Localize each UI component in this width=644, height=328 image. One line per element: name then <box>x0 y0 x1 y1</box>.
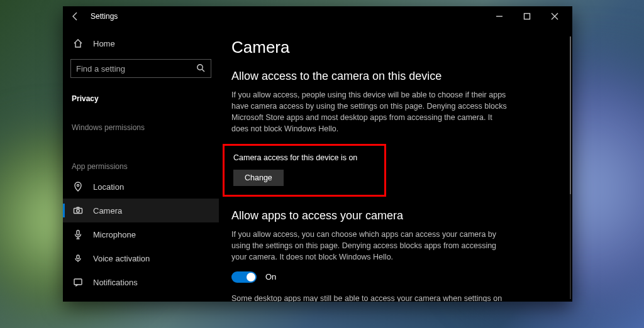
camera-access-status: Camera access for this device is on <box>233 153 375 162</box>
minimize-button[interactable] <box>486 6 513 26</box>
home-label: Home <box>93 39 115 48</box>
arrow-left-icon <box>70 11 80 21</box>
section2-heading: Allow apps to access your camera <box>231 209 560 222</box>
maximize-icon <box>522 11 532 21</box>
sidebar-item-microphone[interactable]: Microphone <box>63 222 219 246</box>
minimize-icon <box>494 11 504 21</box>
sidebar-item-label: Camera <box>93 206 122 216</box>
camera-icon <box>72 205 84 216</box>
section1-heading: Allow access to the camera on this devic… <box>231 70 560 83</box>
titlebar: Settings <box>63 6 572 26</box>
notifications-icon <box>72 277 84 287</box>
svg-point-4 <box>77 209 80 212</box>
back-button[interactable] <box>67 11 84 21</box>
home-link[interactable]: Home <box>63 31 219 55</box>
scrollbar-thumb[interactable] <box>570 36 571 194</box>
section1-description: If you allow access, people using this d… <box>231 89 508 135</box>
search-icon <box>196 63 206 75</box>
svg-point-1 <box>197 64 203 69</box>
svg-point-2 <box>77 184 79 186</box>
camera-apps-toggle[interactable] <box>231 271 257 283</box>
sidebar-item-account-info[interactable]: Account info <box>63 294 219 302</box>
svg-rect-5 <box>77 231 79 236</box>
search-box[interactable] <box>70 59 211 78</box>
windows-permissions-header[interactable]: Windows permissions <box>63 116 219 136</box>
toggle-label: On <box>265 272 276 282</box>
location-icon <box>72 182 84 192</box>
sidebar-item-notifications[interactable]: Notifications <box>63 270 219 294</box>
content-area: Camera Allow access to the camera on thi… <box>219 26 572 302</box>
svg-rect-6 <box>77 255 79 259</box>
account-info-icon <box>72 301 84 302</box>
sidebar-item-voice-activation[interactable]: Voice activation <box>63 246 219 270</box>
sidebar-item-label: Microphone <box>93 230 136 239</box>
settings-window: Settings Home <box>63 6 572 302</box>
close-button[interactable] <box>541 6 569 26</box>
window-title: Settings <box>91 12 118 21</box>
sidebar: Home Privacy Windows permissions App per… <box>63 26 219 302</box>
svg-rect-7 <box>74 279 82 285</box>
scrollbar[interactable] <box>570 36 571 299</box>
page-title: Camera <box>231 38 560 57</box>
search-input[interactable] <box>76 64 192 74</box>
microphone-icon <box>72 229 84 239</box>
svg-rect-0 <box>525 14 530 19</box>
home-icon <box>72 38 84 48</box>
toggle-knob <box>247 273 255 282</box>
section2-note: Some desktop apps may still be able to a… <box>231 293 508 302</box>
change-button[interactable]: Change <box>233 170 284 186</box>
sidebar-item-label: Voice activation <box>93 254 150 263</box>
sidebar-item-label: Notifications <box>93 278 138 287</box>
maximize-button[interactable] <box>513 6 541 26</box>
sidebar-item-camera[interactable]: Camera <box>63 199 219 222</box>
highlight-box: Camera access for this device is on Chan… <box>223 144 386 197</box>
sidebar-item-label: Account info <box>93 302 138 302</box>
section2-description: If you allow access, you can choose whic… <box>231 229 508 263</box>
app-permissions-header: App permissions <box>63 155 219 175</box>
voice-activation-icon <box>72 253 84 263</box>
sidebar-item-location[interactable]: Location <box>63 175 219 199</box>
privacy-header: Privacy <box>63 87 219 107</box>
close-icon <box>550 11 560 21</box>
sidebar-item-label: Location <box>93 182 124 192</box>
